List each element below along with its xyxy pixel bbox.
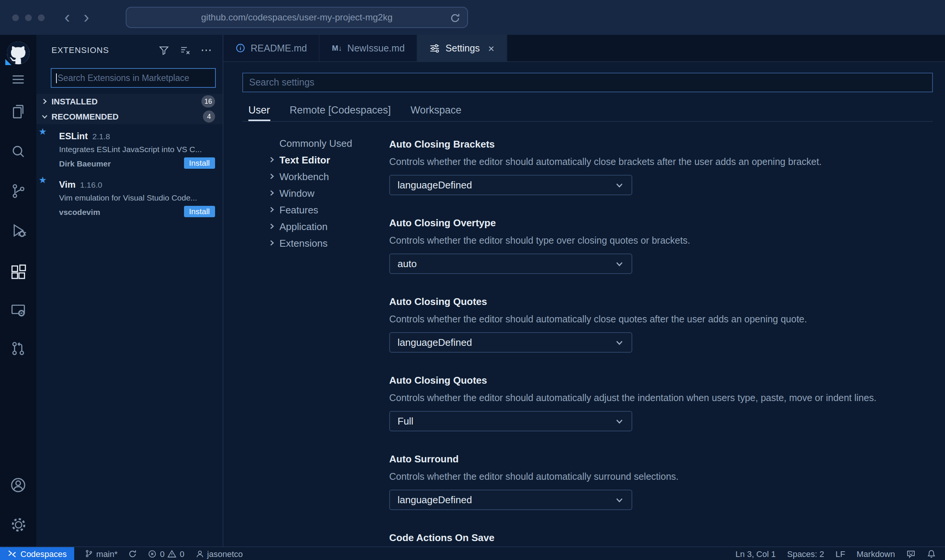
extension-list-item[interactable]: ★ ESLint 2.1.8 Integrates ESLint JavaScr… <box>36 127 223 174</box>
window-minimize-button[interactable] <box>25 14 32 21</box>
language-mode[interactable]: Markdown <box>857 549 895 558</box>
notifications-bell-icon[interactable] <box>927 549 936 558</box>
url-text: github.com/codespaces/user-my-project-mg… <box>201 12 393 23</box>
account-icon[interactable] <box>0 476 36 494</box>
username: jasonetco <box>207 549 243 558</box>
filter-extensions-icon[interactable] <box>158 44 170 56</box>
install-button[interactable]: Install <box>184 157 215 169</box>
search-icon[interactable] <box>0 143 36 160</box>
scope-remote[interactable]: Remote [Codespaces] <box>290 104 391 121</box>
more-actions-icon[interactable]: ⋯ <box>201 46 212 54</box>
sidebar-title: EXTENSIONS <box>51 45 109 54</box>
remote-explorer-icon[interactable] <box>0 302 36 319</box>
warning-icon <box>168 549 177 558</box>
window-close-button[interactable] <box>12 14 19 21</box>
window-zoom-button[interactable] <box>38 14 45 21</box>
setting-description: Controls whether the editor should autom… <box>389 314 807 325</box>
branch-indicator[interactable]: main* <box>85 549 117 558</box>
setting-value-dropdown[interactable]: languageDefined <box>389 490 632 510</box>
toc-extensions[interactable]: Extensions <box>269 235 382 251</box>
signed-in-user[interactable]: jasonetco <box>195 549 243 558</box>
text-cursor <box>56 73 57 83</box>
remote-indicator[interactable]: Codespaces <box>0 547 74 560</box>
chevron-down-icon <box>615 259 624 268</box>
toc-features[interactable]: Features <box>269 201 382 218</box>
recommended-count-badge: 4 <box>203 110 215 123</box>
setting-description: Controls whether the editor should autom… <box>389 471 678 482</box>
extension-description: Integrates ESLint JavaScript into VS C..… <box>59 145 214 154</box>
setting-value-dropdown[interactable]: Full <box>389 411 632 431</box>
setting-title: Auto Closing Quotes <box>389 296 487 307</box>
toc-commonly-used[interactable]: Commonly Used <box>269 135 382 151</box>
setting-description: Controls whether the editor should type … <box>389 235 690 246</box>
section-recommended[interactable]: RECOMMENDED 4 <box>36 109 223 124</box>
explorer-icon[interactable] <box>0 103 36 120</box>
remote-icon <box>8 549 17 558</box>
extension-publisher: Dirk Baeumer <box>59 159 111 168</box>
reload-icon[interactable] <box>450 13 460 23</box>
recommended-star-icon: ★ <box>39 126 47 137</box>
toc-label: Workbench <box>279 171 329 182</box>
setting-title: Auto Closing Overtype <box>389 217 496 229</box>
markdown-icon: M↓ <box>332 44 342 52</box>
chevron-right-icon <box>42 98 48 104</box>
menu-icon[interactable] <box>0 71 36 88</box>
selected-value: auto <box>398 258 417 269</box>
setting-value-dropdown[interactable]: languageDefined <box>389 332 632 353</box>
toc-text-editor[interactable]: Text Editor <box>269 151 382 168</box>
window-controls <box>12 14 45 21</box>
extensions-search-placeholder: Search Extensions in Marketplace <box>58 73 189 82</box>
chevron-right-icon <box>269 157 275 163</box>
chevron-right-icon <box>269 190 275 196</box>
settings-gear-icon[interactable] <box>0 516 36 534</box>
extension-list-item[interactable]: ★ Vim 1.16.0 Vim emulation for Visual St… <box>36 176 223 222</box>
run-debug-icon[interactable] <box>0 222 36 239</box>
activity-bar <box>0 35 36 546</box>
cursor-position[interactable]: Ln 3, Col 1 <box>736 549 776 558</box>
setting-value-dropdown[interactable]: languageDefined <box>389 175 632 195</box>
toc-application[interactable]: Application <box>269 218 382 235</box>
pull-request-icon[interactable] <box>0 341 36 358</box>
feedback-icon[interactable] <box>906 549 915 558</box>
extensions-icon[interactable] <box>0 263 36 281</box>
section-label: RECOMMENDED <box>51 112 119 121</box>
toc-workbench[interactable]: Workbench <box>269 168 382 185</box>
clear-extensions-search-icon[interactable] <box>179 44 191 56</box>
browser-forward-button[interactable]: › <box>84 9 89 26</box>
eol-indicator[interactable]: LF <box>836 549 845 558</box>
warning-count: 0 <box>180 549 184 558</box>
person-icon <box>195 549 204 558</box>
indentation-indicator[interactable]: Spaces: 2 <box>787 549 824 558</box>
branch-name: main* <box>96 549 117 558</box>
setting-auto-indent: Auto Closing Quotes Controls whether the… <box>389 375 487 386</box>
selected-value: languageDefined <box>398 337 472 348</box>
extension-name: Vim <box>59 179 76 190</box>
problems-indicator[interactable]: 0 0 <box>148 549 185 558</box>
setting-title: Auto Closing Brackets <box>389 138 495 150</box>
chevron-right-icon <box>269 207 275 213</box>
editor-area: README.md M↓ NewIssue.md Settings × Sear… <box>223 35 945 546</box>
setting-value-dropdown[interactable]: auto <box>389 254 632 274</box>
install-button[interactable]: Install <box>184 206 215 217</box>
setting-auto-surround: Auto Surround Controls whether the edito… <box>389 453 458 465</box>
chevron-down-icon <box>615 417 624 426</box>
address-bar[interactable]: github.com/codespaces/user-my-project-mg… <box>126 7 468 28</box>
branch-icon <box>85 549 93 558</box>
toc-label: Window <box>279 187 315 199</box>
scope-user[interactable]: User <box>248 104 270 121</box>
extensions-search-input[interactable]: Search Extensions in Marketplace <box>51 68 216 88</box>
toc-window[interactable]: Window <box>269 185 382 201</box>
tab-readme[interactable]: README.md <box>223 35 320 61</box>
extension-description: Vim emulation for Visual Studio Code... <box>59 193 214 202</box>
codespaces-window: ‹ › github.com/codespaces/user-my-projec… <box>0 0 945 560</box>
error-count: 0 <box>160 549 165 558</box>
source-control-icon[interactable] <box>0 182 36 200</box>
toc-label: Commonly Used <box>279 137 352 149</box>
sync-button[interactable] <box>128 549 137 558</box>
setting-code-actions-on-save: Code Actions On Save <box>389 532 494 543</box>
error-icon <box>148 549 157 558</box>
section-installed[interactable]: INSTALLED 16 <box>36 94 223 109</box>
browser-back-button[interactable]: ‹ <box>64 9 70 26</box>
tab-label: README.md <box>251 43 307 53</box>
chevron-right-icon <box>269 223 275 229</box>
